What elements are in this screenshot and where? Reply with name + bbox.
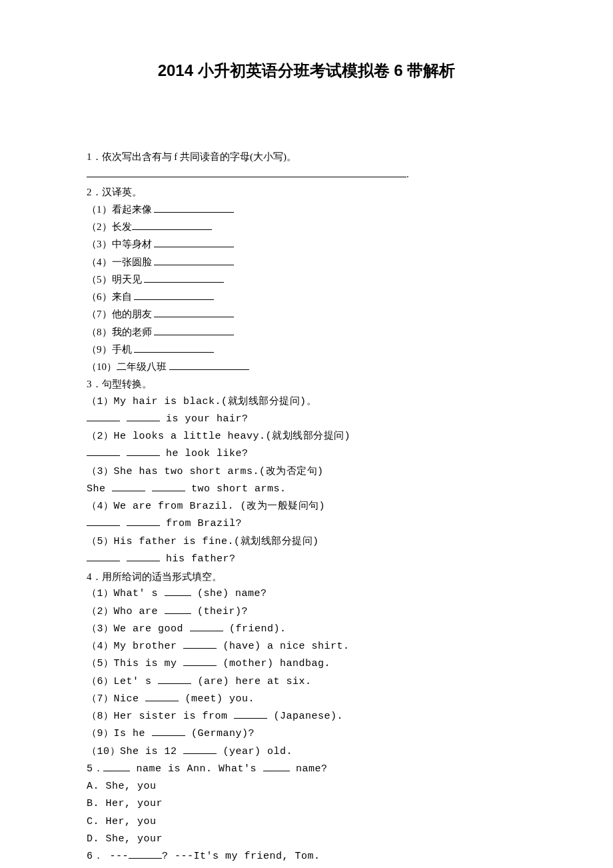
q1-answer-line: . <box>87 165 526 183</box>
q5-option-c: C. Her, you <box>87 813 526 831</box>
q2-item-3: （3）中等身材 <box>87 235 526 253</box>
q2-item-1: （1）看起来像 <box>87 201 526 218</box>
q3-item-5b: his father? <box>87 551 526 568</box>
q2-item-10: （10）二年级八班 <box>87 358 526 375</box>
q1-prompt: 1．依次写出含有与 f 共同读音的字母(大小写)。 <box>87 148 526 165</box>
q3-item-1a: （1）My hair is black.(就划线部分提问)。 <box>87 393 526 411</box>
document-body: 1．依次写出含有与 f 共同读音的字母(大小写)。 . 2．汉译英。 （1）看起… <box>87 148 526 868</box>
q3-item-5a: （5）His father is fine.(就划线部分提问) <box>87 533 526 551</box>
q4-item-2: （2）Who are (their)? <box>87 603 526 621</box>
q4-item-3: （3）We are good (friend). <box>87 621 526 638</box>
q3-item-3a: （3）She has two short arms.(改为否定句) <box>87 463 526 481</box>
q6-prompt: 6． ---? ---It's my friend, Tom. <box>87 848 526 865</box>
q4-item-4: （4）My brother (have) a nice shirt. <box>87 638 526 655</box>
q5-option-b: B. Her, your <box>87 795 526 813</box>
q4-item-7: （7）Nice (meet) you. <box>87 691 526 708</box>
q2-item-4: （4）一张圆脸 <box>87 253 526 271</box>
q3-item-1b: is your hair? <box>87 411 526 428</box>
q3-item-4b: from Brazil? <box>87 515 526 533</box>
q2-item-8: （8）我的老师 <box>87 323 526 341</box>
q2-item-9: （9）手机 <box>87 341 526 358</box>
q2-prompt: 2．汉译英。 <box>87 183 526 201</box>
q2-item-2: （2）长发 <box>87 218 526 235</box>
q3-item-2a: （2）He looks a little heavy.(就划线部分提问) <box>87 428 526 445</box>
q3-item-3b: She two short arms. <box>87 481 526 498</box>
q2-item-6: （6）来自 <box>87 288 526 305</box>
document-title: 2014 小升初英语分班考试模拟卷 6 带解析 <box>87 60 526 81</box>
q4-prompt: 4．用所给词的适当形式填空。 <box>87 568 526 585</box>
q6-option-a: A. Who's that <box>87 865 526 868</box>
q4-item-8: （8）Her sister is from (Japanese). <box>87 708 526 725</box>
q4-item-10: （10）She is 12 (year) old. <box>87 743 526 761</box>
q3-prompt: 3．句型转换。 <box>87 375 526 393</box>
q4-item-5: （5）This is my (mother) handbag. <box>87 655 526 673</box>
q2-item-7: （7）他的朋友 <box>87 305 526 323</box>
q2-item-5: （5）明天见 <box>87 271 526 288</box>
q3-item-4a: （4）We are from Brazil. (改为一般疑问句) <box>87 498 526 515</box>
q4-item-6: （6）Let' s (are) here at six. <box>87 673 526 691</box>
q4-item-1: （1）What' s (she) name? <box>87 585 526 603</box>
q5-option-d: D. She, your <box>87 831 526 848</box>
q5-prompt: 5． name is Ann. What's name? <box>87 761 526 778</box>
q5-option-a: A. She, you <box>87 778 526 795</box>
q4-item-9: （9）Is he (Germany)? <box>87 725 526 743</box>
q3-item-2b: he look like? <box>87 445 526 463</box>
